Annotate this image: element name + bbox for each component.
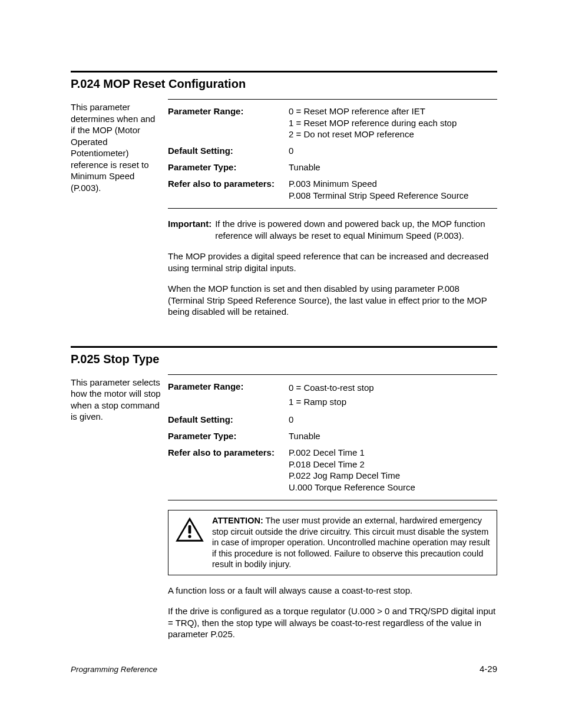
- body-paragraph: When the MOP function is set and then di…: [168, 283, 497, 318]
- param-value: Tunable: [289, 162, 497, 173]
- section-title-p024: P.024 MOP Reset Configuration: [71, 71, 497, 92]
- section-block-p025: This parameter selects how the motor wil…: [71, 374, 497, 650]
- attention-box: ATTENTION: The user must provide an exte…: [168, 510, 497, 575]
- section-block-p024: This parameter determines when and if th…: [71, 99, 497, 327]
- svg-point-3: [188, 535, 191, 538]
- param-row: Parameter Range: 0 = Reset MOP reference…: [168, 103, 497, 143]
- param-value: P.002 Decel Time 1 P.018 Decel Time 2 P.…: [289, 447, 497, 493]
- param-value: 0: [289, 414, 497, 426]
- param-label: Parameter Range:: [168, 106, 289, 140]
- param-value: P.003 Minimum Speed P.008 Terminal Strip…: [289, 178, 497, 201]
- param-row: Parameter Type: Tunable: [168, 428, 497, 444]
- attention-label: ATTENTION:: [212, 516, 263, 525]
- side-note-p025: This parameter selects how the motor wil…: [71, 374, 162, 423]
- important-note: Important: If the drive is powered down …: [168, 218, 497, 241]
- param-row: Default Setting: 0: [168, 143, 497, 159]
- param-row: Refer also to parameters: P.003 Minimum …: [168, 176, 497, 203]
- param-value: 0: [289, 145, 497, 157]
- param-table-p024: Parameter Range: 0 = Reset MOP reference…: [168, 99, 497, 209]
- page: P.024 MOP Reset Configuration This param…: [0, 0, 562, 728]
- param-label: Refer also to parameters:: [168, 178, 289, 201]
- page-number: 4-29: [480, 663, 497, 675]
- important-text: If the drive is powered down and powered…: [215, 218, 497, 241]
- param-value: 0 = Coast-to-rest stop 1 = Ramp stop: [289, 381, 497, 409]
- page-footer: Programming Reference 4-29: [71, 663, 497, 675]
- param-label: Refer also to parameters:: [168, 447, 289, 493]
- param-label: Parameter Type:: [168, 430, 289, 442]
- section-title-p025: P.025 Stop Type: [71, 346, 497, 367]
- param-row: Parameter Type: Tunable: [168, 159, 497, 176]
- side-note-p024: This parameter determines when and if th…: [71, 99, 162, 193]
- body-paragraph: The MOP provides a digital speed referen…: [168, 251, 497, 274]
- param-row: Refer also to parameters: P.002 Decel Ti…: [168, 444, 497, 495]
- param-value: 0 = Reset MOP reference after IET 1 = Re…: [289, 106, 497, 140]
- param-row: Default Setting: 0: [168, 411, 497, 428]
- attention-text: ATTENTION: The user must provide an exte…: [212, 515, 491, 570]
- param-label: Default Setting:: [168, 414, 289, 426]
- body-paragraph: If the drive is configured as a torque r…: [168, 605, 497, 640]
- body-paragraph: A function loss or a fault will always c…: [168, 585, 497, 597]
- param-label: Parameter Type:: [168, 162, 289, 173]
- right-column-p025: Parameter Range: 0 = Coast-to-rest stop …: [168, 374, 497, 650]
- important-label: Important:: [168, 218, 211, 241]
- svg-rect-2: [189, 525, 191, 533]
- param-table-p025: Parameter Range: 0 = Coast-to-rest stop …: [168, 374, 497, 501]
- param-label: Parameter Range:: [168, 381, 289, 409]
- param-value: Tunable: [289, 430, 497, 442]
- param-label: Default Setting:: [168, 145, 289, 157]
- param-row: Parameter Range: 0 = Coast-to-rest stop …: [168, 378, 497, 411]
- footer-left: Programming Reference: [71, 664, 157, 675]
- right-column-p024: Parameter Range: 0 = Reset MOP reference…: [168, 99, 497, 327]
- warning-icon: [174, 515, 205, 545]
